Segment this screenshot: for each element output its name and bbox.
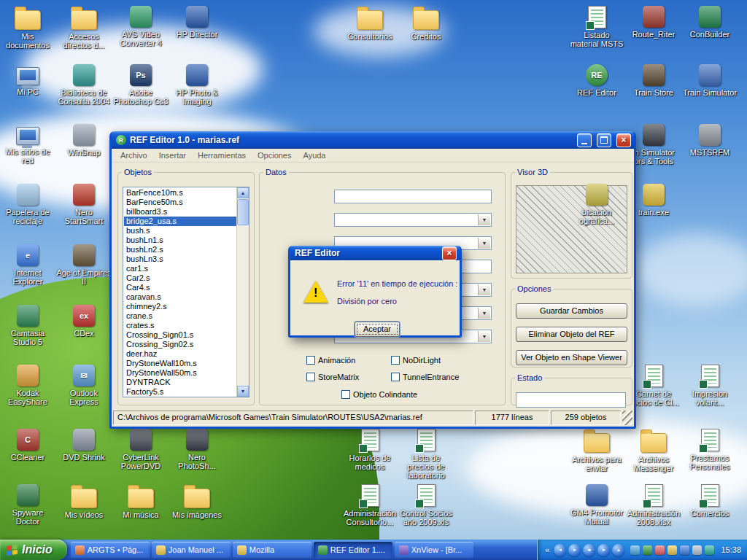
scroll-up-icon[interactable]: ▲ [237,187,249,198]
desktop-icon-hp-photo-imaging[interactable]: HP Photo & Imaging [169,64,225,106]
objeto-item-bushln2-s[interactable]: bushLn2.s [124,245,236,254]
checkbox-box[interactable] [341,390,350,399]
desktop-icon-impresion-volant[interactable]: Impresion volant... [682,365,738,407]
desktop-icon-prestamos-personales[interactable]: Prestamos Personales [682,429,738,471]
desktop-icon-nero-startsmart[interactable]: Nero StartSmart [56,184,112,225]
objeto-item-barfence10m-s[interactable]: BarFence10m.s [124,188,236,198]
tray-icon[interactable] [705,545,714,555]
scrollbar-thumb[interactable] [237,199,249,225]
objeto-item-crane-s[interactable]: crane.s [124,311,236,321]
objeto-item-car2-s[interactable]: Car2.s [124,273,236,283]
tray-icon[interactable] [667,545,677,555]
start-button[interactable]: Inicio [0,540,67,560]
minimize-button[interactable] [577,133,592,147]
chevron-down-icon[interactable]: ▼ [478,284,490,295]
objeto-item-crossing-sign02-s[interactable]: Crossing_Sign02.s [124,340,236,349]
desktop-icon-avs-video-converter-4[interactable]: AVS Video Converter 4 [113,6,169,47]
desktop-icon-papelera-de-reciclaje[interactable]: Papelera de reciclaje [0,184,55,225]
objeto-item-car1-s[interactable]: car1.s [124,264,236,273]
chevron-down-icon[interactable]: ▼ [478,238,490,249]
objeto-item-chimney2-s[interactable]: chimney2.s [124,302,236,311]
desktop-icon-cdex[interactable]: exCDex [56,305,112,338]
datos-combobox-1[interactable]: ▼ [334,213,492,227]
desktop-icon-camtasia-studio-5[interactable]: Camtasia Studio 5 [0,305,55,346]
chevron-down-icon[interactable]: ▼ [478,214,490,225]
dialog-close-button[interactable]: × [442,246,457,260]
desktop-icon-cyberlink-powerdvd[interactable]: CyberLink PowerDVD [113,429,169,470]
desktop-icon-mis-v-deos[interactable]: Mis vídeos [56,484,112,519]
desktop-icon-gm4-promotor-mutual[interactable]: GM4 Promotor Mutual [569,484,624,526]
desktop-icon-mis-sitios-de-red[interactable]: Mis sitios de red [0,124,55,165]
checkbox-box[interactable] [306,373,315,381]
desktop-icon-horarios-de-medicos[interactable]: Horarios de medicos [342,429,398,471]
media-control-icon[interactable]: ▲ [612,544,624,556]
objeto-item-bridge2-usa-s[interactable]: bridge2_usa.s [124,217,236,226]
desktop-icon-hp-director[interactable]: HP Director [169,6,225,39]
desktop-icon-lista-de-precios-de-laboratorio[interactable]: Lista de precios de laboratorio [398,429,454,480]
eliminar-objeto-del-ref-button[interactable]: Eliminar Objeto del REF [516,327,627,342]
tray-expand-icon[interactable]: « [545,545,549,554]
objeto-item-bushln3-s[interactable]: bushLn3.s [124,254,236,264]
aceptar-button[interactable]: Aceptar [355,322,400,337]
media-control-icon[interactable]: ■ [583,544,595,556]
media-control-icon[interactable]: ► [568,544,581,556]
media-control-icon[interactable]: ◄ [554,544,566,556]
desktop-icon-kodak-easyshare[interactable]: Kodak EasyShare [0,365,55,406]
desktop-icon-archivos-para-enviar[interactable]: Archivos para enviar [569,429,624,472]
chevron-down-icon[interactable]: ▼ [478,308,490,319]
dialog-titlebar[interactable]: REF Editor × [290,246,460,260]
listbox-scrollbar[interactable]: ▲ ▼ [236,187,249,397]
ver-objeto-en-shape-viewer-button[interactable]: Ver Objeto en Shape Viewer [516,350,627,365]
objeto-item-crossing-sign01-s[interactable]: Crossing_Sign01.s [124,330,236,340]
close-button[interactable]: × [616,133,631,147]
desktop-icon-administraci-n-2008-xlsx[interactable]: Administración 2008.xlsx [626,484,681,526]
desktop-icon-conbuilder[interactable]: ConBuilder [682,6,738,39]
menu-herramientas[interactable]: Herramientas [192,150,252,160]
desktop-icon-outlook-express[interactable]: ✉Outlook Express [56,365,112,406]
desktop-icon-comercios[interactable]: Comercios [682,484,738,518]
guardar-cambios-button[interactable]: Guardar Cambios [516,303,627,319]
objeto-item-dyntrack[interactable]: DYNTRACK [124,378,236,387]
task-button-xnview-br[interactable]: XnView - [Br... [395,542,473,559]
estado-field[interactable] [516,392,626,408]
tray-icon[interactable] [643,545,652,555]
desktop-icon-mis-im-genes[interactable]: Mis imágenes [169,484,225,519]
objeto-item-billboard3-s[interactable]: billboard3.s [124,207,236,217]
task-button-mozilla[interactable]: Mozilla [233,542,311,559]
desktop-icon-internet-explorer[interactable]: eInternet Explorer [0,244,55,286]
task-button-argts-p-g[interactable]: ARGTS • Pág... [71,542,150,559]
desktop-icon-listado-material-msts[interactable]: Listado material MSTS [569,6,624,48]
desktop-icon-train-store[interactable]: Train Store [626,64,681,97]
resize-grip[interactable] [622,411,632,425]
datos-text-input-1[interactable] [334,190,492,203]
desktop-icon-creditos[interactable]: Creditos [398,6,454,41]
desktop-icon-accesos-directos-d[interactable]: Accesos directos d... [56,6,112,50]
task-button-ref-editor-1[interactable]: REF Editor 1.... [314,542,392,559]
media-control-icon[interactable]: ► [597,544,610,556]
desktop-icon-spyware-doctor[interactable]: Spyware Doctor [0,484,55,526]
scroll-down-icon[interactable]: ▼ [237,386,249,397]
desktop-icon-nero-photosh[interactable]: Nero PhotoSh... [169,429,225,470]
checkbox-box[interactable] [391,373,400,381]
checkbox-tunnelentrance[interactable]: TunnelEntrance [391,373,459,381]
desktop-icon-mis-documentos[interactable]: Mis documentos [0,6,55,50]
desktop-icon-ref-editor[interactable]: REREF Editor [569,64,624,97]
desktop-icon-winsnap[interactable]: WinSnap [56,124,112,157]
menu-opciones[interactable]: Opciones [252,150,297,160]
objeto-item-crates-s[interactable]: crates.s [124,321,236,330]
chevron-down-icon[interactable]: ▼ [478,331,490,342]
window-titlebar[interactable]: R REF Editor 1.0 - marias.ref × [112,131,634,149]
objetos-listbox[interactable]: BarFence10m.sBarFence50m.sbillboard3.sbr… [123,187,249,397]
desktop-icon-ccleaner[interactable]: CCCleaner [0,429,55,462]
menu-insertar[interactable]: Insertar [153,150,192,160]
tray-icon[interactable] [630,545,640,555]
objeto-item-caravan-s[interactable]: caravan.s [124,292,236,302]
task-button-joan-manuel[interactable]: Joan Manuel ... [152,542,231,559]
desktop-icon-mi-m-sica[interactable]: Mi música [113,484,169,519]
objeto-item-bushln1-s[interactable]: bushLn1.s [124,236,236,245]
desktop-icon-mi-pc[interactable]: Mi PC [0,64,55,96]
desktop-icon-age-of-empires-ii[interactable]: Age of Empires II [56,244,112,286]
checkbox-box[interactable] [391,356,400,365]
desktop-icon-consultorios[interactable]: Consultorios [342,6,398,41]
objeto-item-drystonewall50m-s[interactable]: DryStoneWall50m.s [124,368,236,378]
